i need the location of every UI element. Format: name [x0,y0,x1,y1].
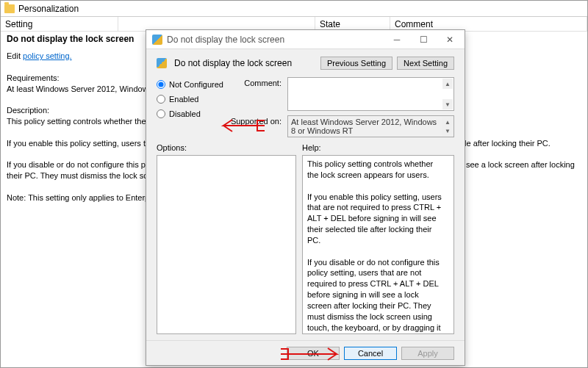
state-radios: Not Configured Enabled Disabled [157,77,224,137]
folder-icon [4,4,15,13]
comment-label: Comment: [230,77,282,111]
bg-title: Personalization [18,4,79,14]
radio-enabled-label: Enabled [169,95,198,104]
supported-label: Supported on: [230,115,282,137]
ok-button[interactable]: OK [287,347,340,360]
edit-label: Edit [7,51,23,60]
minimize-button[interactable]: ─ [384,31,410,48]
scroll-up-icon[interactable]: ▲ [442,79,453,89]
previous-setting-button[interactable]: Previous Setting [320,57,392,70]
scroll-down-icon[interactable]: ▼ [442,126,453,136]
radio-enabled[interactable]: Enabled [157,95,224,104]
supported-value: At least Windows Server 2012, Windows 8 … [291,118,437,135]
bg-header: Personalization [1,1,587,17]
shield-icon [152,35,162,45]
col-setting[interactable]: Setting [1,17,118,31]
apply-button[interactable]: Apply [401,347,454,360]
help-p1: This policy setting controls whether the… [307,159,442,181]
next-setting-button[interactable]: Next Setting [397,57,454,70]
button-row: OK Cancel Apply [146,340,465,365]
policy-setting-link[interactable]: policy setting. [23,51,72,60]
titlebar[interactable]: Do not display the lock screen ─ ☐ ✕ [146,30,465,49]
help-pane[interactable]: This policy setting controls whether the… [302,155,454,334]
setting-name: Do not display the lock screen [174,58,292,68]
window-controls: ─ ☐ ✕ [384,31,463,48]
radio-disabled-label: Disabled [169,109,201,118]
radio-disabled-input[interactable] [157,109,165,118]
supported-field: At least Windows Server 2012, Windows 8 … [287,115,454,137]
options-pane [157,155,296,334]
policy-dialog: Do not display the lock screen ─ ☐ ✕ Do … [146,29,465,366]
scroll-down-icon[interactable]: ▼ [442,99,453,109]
shield-icon [157,58,167,68]
radio-not-configured-input[interactable] [157,80,165,89]
cancel-button[interactable]: Cancel [344,347,397,360]
help-p3: If you disable or do not configure this … [307,257,442,334]
radio-not-configured-label: Not Configured [169,80,223,89]
close-button[interactable]: ✕ [437,31,463,48]
radio-not-configured[interactable]: Not Configured [157,80,224,89]
radio-disabled[interactable]: Disabled [157,109,224,118]
help-p2: If you enable this policy setting, users… [307,192,442,246]
radio-enabled-input[interactable] [157,95,165,104]
help-label: Help: [302,143,454,152]
maximize-button[interactable]: ☐ [410,31,437,48]
options-label: Options: [157,143,296,152]
dialog-title: Do not display the lock screen [167,35,284,45]
comment-textarea[interactable]: ▲ ▼ [287,77,454,111]
